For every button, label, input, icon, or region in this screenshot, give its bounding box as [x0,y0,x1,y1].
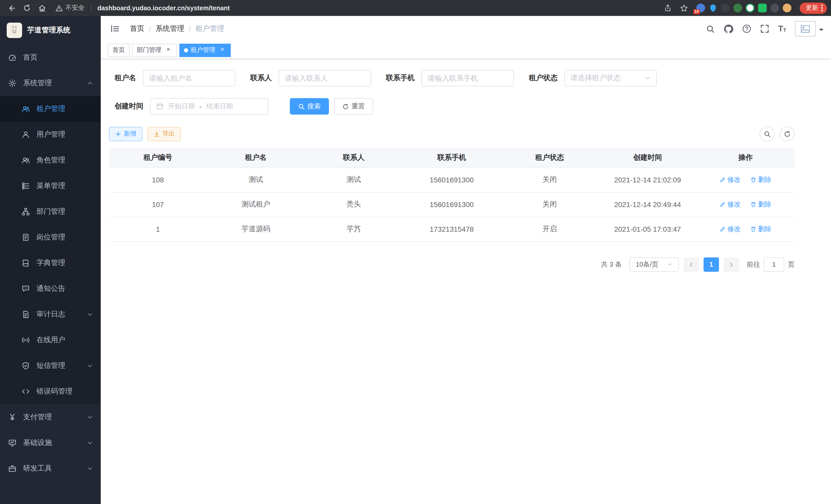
address-bar[interactable]: 不安全 dashboard.yudao.iocoder.cn/system/te… [50,2,691,14]
toggle-search-icon-button[interactable] [760,126,774,141]
search-icon[interactable] [706,24,715,33]
page-size-select[interactable]: 10条/页 [630,257,679,271]
page-unit-label: 页 [788,260,795,269]
breadcrumb-home[interactable]: 首页 [130,24,144,33]
sidebar-item-dict-management[interactable]: 字典管理 [0,250,101,276]
tab-label: 租户管理 [191,46,215,55]
extension-icon[interactable] [770,4,779,12]
edit-link[interactable]: 修改 [719,175,741,184]
home-icon[interactable] [35,2,49,14]
sidebar-item-sms-management[interactable]: 短信管理 [0,353,101,379]
help-question-icon[interactable] [742,24,751,33]
sidebar-item-system-management[interactable]: 系统管理 [0,70,101,96]
breadcrumb-current: 租户管理 [196,24,224,33]
reload-icon[interactable] [20,2,34,14]
font-size-icon[interactable]: TT [778,25,786,33]
sidebar-item-post-management[interactable]: 岗位管理 [0,225,101,250]
sidebar-item-dept-management[interactable]: 部门管理 [0,199,101,225]
sidebar-item-dev-tools[interactable]: 研发工具 [0,456,101,481]
sidebar-item-label: 首页 [23,53,37,62]
sidebar-item-home[interactable]: 首页 [0,45,101,70]
close-icon[interactable]: × [219,46,226,54]
export-button[interactable]: 导出 [147,127,181,141]
chevron-down-icon [87,312,93,318]
goto-page-input[interactable] [764,257,784,271]
cell-tenant-name: 测试 [207,168,305,192]
security-chip[interactable]: 不安全 [56,4,85,12]
tenants-users-icon [22,105,30,113]
sidebar-item-tenant-management[interactable]: 租户管理 [0,96,101,122]
security-label: 不安全 [65,4,85,12]
avatar-broken-image-icon [795,21,815,36]
sidebar-item-label: 通知公告 [36,284,65,293]
column-tenant-id: 租户编号 [109,148,207,168]
extension-icon[interactable] [758,4,767,12]
refresh-list-icon-button[interactable] [780,126,795,141]
sidebar-item-role-management[interactable]: 角色管理 [0,147,101,173]
cell-contact: 测试 [305,168,403,192]
tab-tenant-management[interactable]: 租户管理 × [179,43,231,57]
sidebar-item-online-users[interactable]: 在线用户 [0,327,101,353]
sidebar-item-notice[interactable]: 通知公告 [0,276,101,302]
extension-icon[interactable] [746,4,754,12]
page-number-button[interactable]: 1 [704,257,719,271]
delete-link[interactable]: 删除 [750,200,771,209]
tenant-name-input[interactable] [149,74,229,82]
tab-dept-management[interactable]: 部门管理 × [132,43,177,57]
extension-badge: 10 [693,9,700,14]
contact-phone-label: 联系手机 [386,73,415,83]
sidebar-item-user-management[interactable]: 用户管理 [0,122,101,147]
tab-home[interactable]: 首页 [108,43,130,57]
back-icon[interactable] [4,2,19,14]
edit-link[interactable]: 修改 [719,200,741,209]
table-row: 107 测试租户 秃头 15601691300 关闭 2021-12-14 20… [109,192,795,217]
reset-button[interactable]: 重置 [334,98,373,115]
contact-phone-input[interactable] [428,74,508,82]
table-row: 108 测试 测试 15601691300 关闭 2021-12-14 21:0… [109,168,795,192]
prev-page-icon-button[interactable] [684,257,699,271]
close-icon[interactable]: × [165,46,172,54]
tenant-status-label: 租户状态 [529,73,557,83]
tenant-status-select[interactable]: 请选择租户状态 [564,70,657,86]
cell-status: 关闭 [501,192,599,217]
share-icon[interactable] [660,2,675,14]
table-row: 1 芋道源码 芋艿 17321315478 开启 2021-01-05 17:0… [109,217,795,241]
profile-avatar-icon[interactable] [783,4,792,12]
browser-update-button[interactable]: 更新 [800,2,827,13]
delete-link[interactable]: 删除 [750,175,771,184]
app-logo-row[interactable]: 芋道管理系统 [0,16,101,45]
url-path: /system/tenant [185,4,230,11]
delete-link[interactable]: 删除 [750,225,771,234]
github-icon[interactable] [724,24,733,34]
post-badge-icon [22,233,30,241]
search-button[interactable]: 搜索 [290,98,329,115]
sidebar: 芋道管理系统 首页 系统管理 [0,16,101,504]
edit-link[interactable]: 修改 [719,225,741,234]
cell-created-at: 2021-01-05 17:03:47 [599,217,697,241]
breadcrumb-system[interactable]: 系统管理 [155,24,184,33]
extension-icon[interactable] [721,4,730,12]
sidebar-item-payment-management[interactable]: 支付管理 [0,404,101,430]
extension-icon[interactable]: 10 [696,4,705,12]
omnibox-divider [91,4,91,11]
sidebar-item-infrastructure[interactable]: 基础设施 [0,430,101,456]
fullscreen-icon[interactable] [760,24,769,33]
column-actions: 操作 [697,148,795,168]
sidebar-item-error-code[interactable]: 错误码管理 [0,379,101,404]
next-page-icon-button[interactable] [724,257,739,271]
chevron-down-icon [87,440,93,446]
filter-form: 租户名 联系人 联系手机 租户状态 [109,70,823,115]
contact-input[interactable] [285,74,365,82]
sidebar-collapse-icon[interactable] [109,22,122,35]
sidebar-item-menu-management[interactable]: 菜单管理 [0,173,101,199]
create-time-range-picker[interactable]: 开始日期 - 结束日期 [150,98,268,115]
extension-icon[interactable] [709,4,717,12]
create-time-label: 创建时间 [115,102,143,111]
sidebar-item-label: 支付管理 [23,413,52,422]
sidebar-item-audit-log[interactable]: 审计日志 [0,302,101,327]
bookmark-star-icon[interactable] [677,2,691,14]
user-avatar-dropdown[interactable] [795,21,823,36]
add-button[interactable]: 新增 [109,127,142,141]
date-end-placeholder: 结束日期 [206,102,233,111]
extension-icon[interactable] [733,4,742,12]
